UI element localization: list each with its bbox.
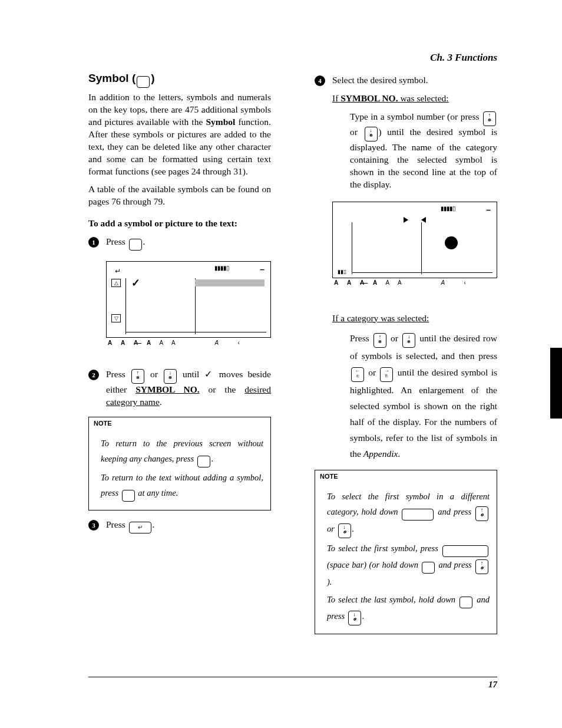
if-symbol-no-body: Type in a symbol number (or press ↑✽ or … xyxy=(350,111,497,191)
if-symbol-no-heading: If SYMBOL NO. was selected: xyxy=(332,93,497,105)
vline2-icon xyxy=(195,278,196,334)
down-key-icon: ↓✽ xyxy=(164,369,177,384)
hline-icon xyxy=(352,272,492,273)
up-key-icon: ↑✽ xyxy=(475,506,488,521)
chapter-heading: Ch. 3 Functions xyxy=(88,52,497,64)
down-tri-icon: ▽ xyxy=(111,314,121,322)
blank-key-icon xyxy=(459,597,472,608)
left-column: Symbol ( ) In addition to the letters, s… xyxy=(88,71,276,643)
status-row: A A A A A A A ‹ xyxy=(334,279,470,287)
if-category-heading: If a category was selected: xyxy=(332,312,497,325)
intro-paragraph-2: A table of the available symbols can be … xyxy=(88,183,271,208)
right-column: 4 Select the desired symbol. If SYMBOL N… xyxy=(311,71,497,643)
section-title-pre: Symbol ( xyxy=(88,72,135,84)
check-icon: ✓ xyxy=(204,369,214,379)
step-1: 1 Press . xyxy=(88,236,271,251)
step-number-icon: 1 xyxy=(88,237,99,248)
dash-icon: – xyxy=(260,264,265,275)
down-key-icon: ↓✽ xyxy=(348,611,361,625)
section-title: Symbol ( ) xyxy=(88,71,271,88)
note-heading: NOTE xyxy=(315,470,497,483)
step-number-icon: 2 xyxy=(88,370,99,380)
down-key-icon: ↓✽ xyxy=(338,523,351,538)
step-number-icon: 3 xyxy=(88,520,99,531)
return-icon: ↵ xyxy=(111,266,124,276)
vline-icon xyxy=(352,222,352,274)
up-key-icon: ↑✽ xyxy=(373,333,386,348)
down-key-icon: ↓✽ xyxy=(402,333,415,348)
step-number-icon: 4 xyxy=(315,75,325,86)
step-3: 3 Press ↵. xyxy=(88,519,271,533)
symbol-key-icon xyxy=(137,76,150,88)
two-column-layout: Symbol ( ) In addition to the letters, s… xyxy=(88,71,497,643)
left-key-icon: ←⎗ xyxy=(351,367,364,382)
battery-icon: ▮▮▮▮▯ xyxy=(441,205,455,213)
check-icon: ✓ xyxy=(131,276,140,290)
hline-icon xyxy=(126,332,266,332)
down-key-icon: ↓✽ xyxy=(365,127,378,141)
blank-key-icon xyxy=(422,562,435,574)
grey-bar xyxy=(195,279,265,286)
right-key-icon: →⎘ xyxy=(380,367,393,382)
step-4: 4 Select the desired symbol. xyxy=(315,74,497,87)
subheading-add: To add a symbol or picture to the text: xyxy=(88,218,271,230)
display-illustration-2: ▮▮▮▮▯ – ▮▮▯ A A A A A A A ‹ xyxy=(332,202,497,278)
page-number: 17 xyxy=(488,680,497,690)
up-key-icon: ↑✽ xyxy=(475,559,488,574)
vline2-icon xyxy=(421,222,422,274)
up-key-icon: ↑✽ xyxy=(131,369,144,384)
step-2: 2 Press ↑✽ or ↓✽ until ✓ moves beside ei… xyxy=(88,368,271,409)
blank-key-icon xyxy=(129,239,142,251)
blank-key-icon xyxy=(197,456,210,467)
display-illustration-1: ▮▮▮▮▯ – ↵ △ ✓ ▽ A A A A A A A ‹ xyxy=(106,261,271,338)
note-heading: NOTE xyxy=(89,417,270,430)
page: Ch. 3 Functions Symbol ( ) In addition t… xyxy=(0,0,562,728)
up-tri-icon: △ xyxy=(111,279,121,287)
tri-right-icon xyxy=(404,217,408,223)
intro-paragraph-1: In addition to the letters, symbols and … xyxy=(88,91,271,177)
code-key-icon xyxy=(402,509,434,521)
battery-icon: ▮▮▮▮▯ xyxy=(214,264,229,272)
section-tab-marker xyxy=(550,348,562,419)
page-footer: 17 xyxy=(88,677,497,677)
status-row: A A A A A A A ‹ xyxy=(108,339,243,347)
up-key-icon: ↑✽ xyxy=(483,111,496,126)
note-box-2: NOTE To select the first symbol in a dif… xyxy=(315,470,497,634)
circle-symbol-icon xyxy=(445,236,458,249)
enter-key-icon: ↵ xyxy=(129,522,151,533)
if-category-body: Press ↑✽ or ↓✽ until the desired row of … xyxy=(350,330,497,462)
vline-icon xyxy=(125,278,126,334)
dash-icon: – xyxy=(486,205,491,216)
space-key-icon xyxy=(442,545,488,557)
blank-key-icon xyxy=(122,490,135,502)
section-title-post: ) xyxy=(151,72,154,84)
note-box-1: NOTE To return to the previous screen wi… xyxy=(88,417,271,510)
battery-small-icon: ▮▮▯ xyxy=(338,268,346,275)
